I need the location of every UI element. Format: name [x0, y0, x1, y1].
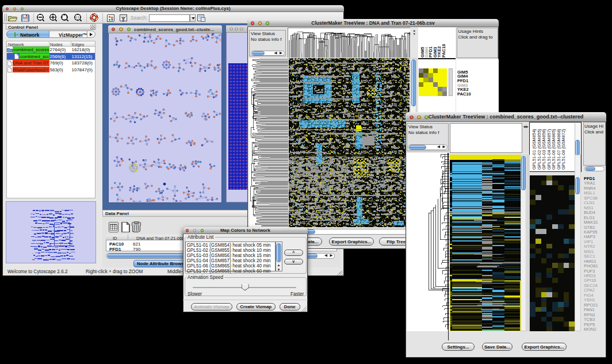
svg-text:1:1: 1:1 — [76, 16, 80, 19]
